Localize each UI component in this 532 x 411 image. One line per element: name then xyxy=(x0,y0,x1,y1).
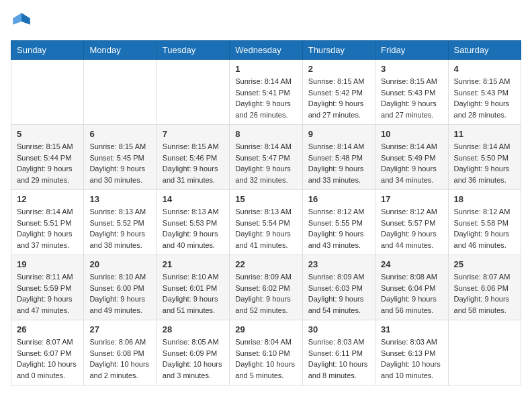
day-info: Sunrise: 8:07 AM Sunset: 6:06 PM Dayligh… xyxy=(454,271,515,316)
week-row-1: 1Sunrise: 8:14 AM Sunset: 5:41 PM Daylig… xyxy=(11,60,521,125)
day-number: 11 xyxy=(454,129,515,139)
day-number: 20 xyxy=(89,259,150,269)
day-cell-18: 18Sunrise: 8:12 AM Sunset: 5:58 PM Dayli… xyxy=(448,190,521,255)
empty-cell xyxy=(11,60,84,125)
day-number: 22 xyxy=(235,259,296,269)
day-cell-24: 24Sunrise: 8:08 AM Sunset: 6:04 PM Dayli… xyxy=(375,255,448,320)
week-row-2: 5Sunrise: 8:15 AM Sunset: 5:44 PM Daylig… xyxy=(11,125,521,190)
day-info: Sunrise: 8:03 AM Sunset: 6:13 PM Dayligh… xyxy=(381,336,442,381)
day-number: 12 xyxy=(17,194,78,204)
day-info: Sunrise: 8:15 AM Sunset: 5:43 PM Dayligh… xyxy=(381,76,442,120)
day-info: Sunrise: 8:15 AM Sunset: 5:44 PM Dayligh… xyxy=(17,141,78,185)
day-info: Sunrise: 8:13 AM Sunset: 5:52 PM Dayligh… xyxy=(89,206,150,250)
day-cell-23: 23Sunrise: 8:09 AM Sunset: 6:03 PM Dayli… xyxy=(302,255,375,320)
day-cell-27: 27Sunrise: 8:06 AM Sunset: 6:08 PM Dayli… xyxy=(84,320,157,385)
weekday-header-friday: Friday xyxy=(375,41,448,60)
day-number: 15 xyxy=(235,194,296,204)
day-number: 10 xyxy=(381,129,442,139)
day-cell-20: 20Sunrise: 8:10 AM Sunset: 6:00 PM Dayli… xyxy=(84,255,157,320)
day-cell-12: 12Sunrise: 8:14 AM Sunset: 5:51 PM Dayli… xyxy=(11,190,84,255)
day-cell-26: 26Sunrise: 8:07 AM Sunset: 6:07 PM Dayli… xyxy=(11,320,84,385)
day-info: Sunrise: 8:11 AM Sunset: 5:59 PM Dayligh… xyxy=(17,271,78,316)
svg-marker-0 xyxy=(21,13,30,25)
day-cell-19: 19Sunrise: 8:11 AM Sunset: 5:59 PM Dayli… xyxy=(11,255,84,320)
day-info: Sunrise: 8:09 AM Sunset: 6:02 PM Dayligh… xyxy=(235,271,296,316)
day-info: Sunrise: 8:14 AM Sunset: 5:47 PM Dayligh… xyxy=(235,141,296,185)
empty-cell xyxy=(84,60,157,125)
day-info: Sunrise: 8:14 AM Sunset: 5:50 PM Dayligh… xyxy=(454,141,515,185)
day-number: 24 xyxy=(381,259,442,269)
day-number: 16 xyxy=(308,194,369,204)
day-info: Sunrise: 8:14 AM Sunset: 5:51 PM Dayligh… xyxy=(17,206,78,250)
day-cell-5: 5Sunrise: 8:15 AM Sunset: 5:44 PM Daylig… xyxy=(11,125,84,190)
weekday-header-sunday: Sunday xyxy=(11,41,84,60)
day-cell-13: 13Sunrise: 8:13 AM Sunset: 5:52 PM Dayli… xyxy=(84,190,157,255)
day-info: Sunrise: 8:15 AM Sunset: 5:42 PM Dayligh… xyxy=(308,76,369,120)
day-info: Sunrise: 8:04 AM Sunset: 6:10 PM Dayligh… xyxy=(235,336,296,381)
day-cell-9: 9Sunrise: 8:14 AM Sunset: 5:48 PM Daylig… xyxy=(302,125,375,190)
day-number: 7 xyxy=(163,129,224,139)
day-info: Sunrise: 8:10 AM Sunset: 6:01 PM Dayligh… xyxy=(163,271,224,316)
day-info: Sunrise: 8:12 AM Sunset: 5:58 PM Dayligh… xyxy=(454,206,515,250)
day-cell-22: 22Sunrise: 8:09 AM Sunset: 6:02 PM Dayli… xyxy=(230,255,302,320)
day-info: Sunrise: 8:08 AM Sunset: 6:04 PM Dayligh… xyxy=(381,271,442,316)
day-number: 26 xyxy=(17,324,78,334)
day-info: Sunrise: 8:10 AM Sunset: 6:00 PM Dayligh… xyxy=(89,271,150,316)
day-info: Sunrise: 8:15 AM Sunset: 5:43 PM Dayligh… xyxy=(454,76,515,120)
empty-cell xyxy=(448,320,521,385)
day-info: Sunrise: 8:14 AM Sunset: 5:49 PM Dayligh… xyxy=(381,141,442,185)
day-cell-29: 29Sunrise: 8:04 AM Sunset: 6:10 PM Dayli… xyxy=(230,320,302,385)
day-number: 3 xyxy=(381,64,442,74)
calendar-body: 1Sunrise: 8:14 AM Sunset: 5:41 PM Daylig… xyxy=(11,60,521,385)
day-number: 6 xyxy=(89,129,150,139)
day-cell-16: 16Sunrise: 8:12 AM Sunset: 5:55 PM Dayli… xyxy=(302,190,375,255)
day-cell-15: 15Sunrise: 8:13 AM Sunset: 5:54 PM Dayli… xyxy=(230,190,302,255)
day-cell-31: 31Sunrise: 8:03 AM Sunset: 6:13 PM Dayli… xyxy=(375,320,448,385)
day-number: 21 xyxy=(163,259,224,269)
day-info: Sunrise: 8:09 AM Sunset: 6:03 PM Dayligh… xyxy=(308,271,369,316)
day-cell-25: 25Sunrise: 8:07 AM Sunset: 6:06 PM Dayli… xyxy=(448,255,521,320)
day-info: Sunrise: 8:14 AM Sunset: 5:41 PM Dayligh… xyxy=(235,76,296,120)
weekday-header-tuesday: Tuesday xyxy=(157,41,229,60)
day-cell-14: 14Sunrise: 8:13 AM Sunset: 5:53 PM Dayli… xyxy=(157,190,229,255)
day-number: 28 xyxy=(163,324,224,334)
day-cell-17: 17Sunrise: 8:12 AM Sunset: 5:57 PM Dayli… xyxy=(375,190,448,255)
day-info: Sunrise: 8:06 AM Sunset: 6:08 PM Dayligh… xyxy=(89,336,150,381)
day-info: Sunrise: 8:07 AM Sunset: 6:07 PM Dayligh… xyxy=(17,336,78,381)
page-header xyxy=(11,11,521,32)
day-number: 5 xyxy=(17,129,78,139)
day-info: Sunrise: 8:15 AM Sunset: 5:46 PM Dayligh… xyxy=(163,141,224,185)
day-cell-10: 10Sunrise: 8:14 AM Sunset: 5:49 PM Dayli… xyxy=(375,125,448,190)
day-cell-11: 11Sunrise: 8:14 AM Sunset: 5:50 PM Dayli… xyxy=(448,125,521,190)
day-cell-30: 30Sunrise: 8:03 AM Sunset: 6:11 PM Dayli… xyxy=(302,320,375,385)
svg-marker-1 xyxy=(13,13,21,25)
logo-icon xyxy=(11,11,32,32)
day-cell-4: 4Sunrise: 8:15 AM Sunset: 5:43 PM Daylig… xyxy=(448,60,521,125)
week-row-5: 26Sunrise: 8:07 AM Sunset: 6:07 PM Dayli… xyxy=(11,320,521,385)
day-number: 8 xyxy=(235,129,296,139)
week-row-4: 19Sunrise: 8:11 AM Sunset: 5:59 PM Dayli… xyxy=(11,255,521,320)
day-info: Sunrise: 8:13 AM Sunset: 5:54 PM Dayligh… xyxy=(235,206,296,250)
day-number: 1 xyxy=(235,64,296,74)
header-row: SundayMondayTuesdayWednesdayThursdayFrid… xyxy=(11,41,521,60)
weekday-header-saturday: Saturday xyxy=(448,41,521,60)
week-row-3: 12Sunrise: 8:14 AM Sunset: 5:51 PM Dayli… xyxy=(11,190,521,255)
day-number: 4 xyxy=(454,64,515,74)
day-number: 14 xyxy=(163,194,224,204)
calendar-table: SundayMondayTuesdayWednesdayThursdayFrid… xyxy=(11,40,521,385)
day-cell-6: 6Sunrise: 8:15 AM Sunset: 5:45 PM Daylig… xyxy=(84,125,157,190)
day-number: 9 xyxy=(308,129,369,139)
day-cell-28: 28Sunrise: 8:05 AM Sunset: 6:09 PM Dayli… xyxy=(157,320,229,385)
weekday-header-wednesday: Wednesday xyxy=(230,41,302,60)
weekday-header-monday: Monday xyxy=(84,41,157,60)
day-info: Sunrise: 8:15 AM Sunset: 5:45 PM Dayligh… xyxy=(89,141,150,185)
day-info: Sunrise: 8:05 AM Sunset: 6:09 PM Dayligh… xyxy=(163,336,224,381)
day-number: 27 xyxy=(89,324,150,334)
day-cell-21: 21Sunrise: 8:10 AM Sunset: 6:01 PM Dayli… xyxy=(157,255,229,320)
day-info: Sunrise: 8:12 AM Sunset: 5:55 PM Dayligh… xyxy=(308,206,369,250)
day-number: 2 xyxy=(308,64,369,74)
logo xyxy=(11,11,35,32)
weekday-header-thursday: Thursday xyxy=(302,41,375,60)
day-cell-8: 8Sunrise: 8:14 AM Sunset: 5:47 PM Daylig… xyxy=(230,125,302,190)
empty-cell xyxy=(157,60,229,125)
